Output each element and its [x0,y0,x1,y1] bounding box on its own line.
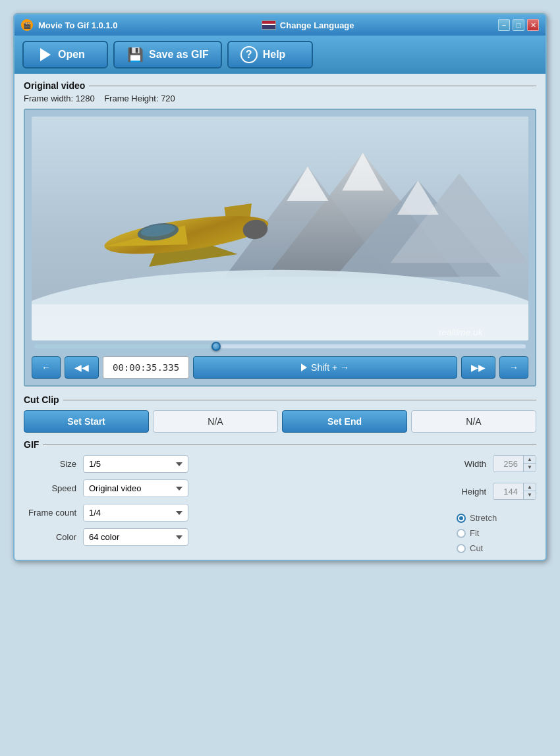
width-row: Width 256 ▲ ▼ [457,455,536,472]
speed-label: Speed [24,483,76,493]
open-button[interactable]: Open [22,41,108,68]
gif-controls: Size 1/5 1/4 1/3 1/2 Full Speed Original… [24,455,536,553]
height-down-button[interactable]: ▼ [524,491,536,499]
frame-count-row: Frame count 1/4 1/3 1/2 Full [24,504,443,522]
step-back-icon: ← [42,362,51,373]
svg-text:realtime.uk: realtime.uk [439,327,484,337]
play-icon [36,46,53,63]
width-spinbox: 256 ▲ ▼ [493,455,536,472]
frame-height-value: 720 [161,94,175,103]
app-icon: 🎬 [21,19,33,31]
save-gif-button[interactable]: 💾 Save as GIF [113,41,222,68]
fit-radio[interactable]: Fit [457,528,497,538]
color-label: Color [24,532,76,542]
step-forward-button[interactable]: → [499,356,528,379]
toolbar: Open 💾 Save as GIF ? Help [14,36,546,74]
seek-thumb[interactable] [211,342,221,351]
ff-icon: ▶▶ [471,362,486,373]
window-controls: − □ ✕ [498,19,539,31]
width-label: Width [457,459,486,469]
size-select[interactable]: 1/5 1/4 1/3 1/2 Full [83,455,188,473]
end-value: N/A [411,410,536,433]
close-button[interactable]: ✕ [527,19,539,31]
save-gif-label: Save as GIF [149,49,209,61]
minimize-button[interactable]: − [498,19,510,31]
height-arrows: ▲ ▼ [523,483,536,499]
help-label: Help [263,49,286,61]
height-value: 144 [493,484,523,499]
flag-icon [262,20,276,30]
step-forward-icon: → [509,362,518,373]
fit-label: Fit [470,528,479,538]
stretch-label: Stretch [470,513,497,523]
open-label: Open [58,49,85,61]
play-icon [301,364,307,371]
stretch-radio-dot [457,514,466,523]
video-scene-svg: realtime.uk [32,117,528,340]
help-icon: ? [240,46,258,63]
width-down-button[interactable]: ▼ [524,464,536,472]
speed-select[interactable]: Original video 0.5x 1x 2x [83,479,188,497]
play-shift-button[interactable]: Shift + → [193,356,457,379]
time-display: 00:00:35.335 [103,356,189,379]
height-label: Height [457,487,486,497]
color-row: Color 64 color 128 color 256 color [24,528,443,546]
set-end-button[interactable]: Set End [282,410,407,433]
frame-width-value: 1280 [76,94,95,103]
width-up-button[interactable]: ▲ [524,456,536,464]
cut-clip-section: Cut Clip Set Start N/A Set End N/A [24,394,536,433]
gif-left-panel: Size 1/5 1/4 1/3 1/2 Full Speed Original… [24,455,443,553]
change-language-btn[interactable]: Change Language [262,20,354,30]
seek-bar[interactable] [34,344,526,348]
frame-height-label: Frame Height: [104,94,158,103]
video-meta: Frame width: 1280 Frame Height: 720 [24,94,536,103]
window-title: Movie To Gif 1.0.1.0 [38,20,117,30]
video-container: realtime.uk ← ◀◀ 00:00:35.335 [24,109,536,387]
cut-radio[interactable]: Cut [457,543,497,553]
start-value: N/A [153,410,278,433]
size-row: Size 1/5 1/4 1/3 1/2 Full [24,455,443,473]
fit-radio-dot [457,529,466,538]
resize-mode-group: Stretch Fit Cut [457,513,497,553]
gif-right-panel: Width 256 ▲ ▼ Height 144 [457,455,536,553]
seek-bar-container [32,340,528,352]
cut-label: Cut [470,543,483,553]
gif-section: GIF Size 1/5 1/4 1/3 1/2 Full [24,439,536,553]
gif-header: GIF [24,439,536,450]
width-value: 256 [493,456,523,472]
set-start-button[interactable]: Set Start [24,410,149,433]
help-button[interactable]: ? Help [227,41,313,68]
size-label: Size [24,459,76,469]
color-select[interactable]: 64 color 128 color 256 color [83,528,188,546]
save-icon: 💾 [126,46,144,63]
change-language-label: Change Language [280,20,354,30]
fast-forward-button[interactable]: ▶▶ [461,356,495,379]
playback-controls: ← ◀◀ 00:00:35.335 Shift + → ▶▶ → [32,356,528,379]
rewind-icon: ◀◀ [74,362,89,373]
cut-clip-header: Cut Clip [24,394,536,405]
shift-label: Shift + → [311,362,349,373]
content-area: Original video Frame width: 1280 Frame H… [14,74,546,560]
cut-clip-controls: Set Start N/A Set End N/A [24,410,536,433]
original-video-header: Original video [24,80,536,91]
cut-radio-dot [457,544,466,553]
height-spinbox: 144 ▲ ▼ [493,483,536,500]
main-window: 🎬 Movie To Gif 1.0.1.0 Change Language −… [13,13,547,561]
width-arrows: ▲ ▼ [523,456,536,472]
height-row: Height 144 ▲ ▼ [457,483,536,500]
frame-width-label: Frame width: [24,94,73,103]
title-bar: 🎬 Movie To Gif 1.0.1.0 Change Language −… [14,14,546,36]
step-back-button[interactable]: ← [32,356,61,379]
height-up-button[interactable]: ▲ [524,483,536,491]
video-frame: realtime.uk [32,117,528,340]
frame-count-select[interactable]: 1/4 1/3 1/2 Full [83,504,188,522]
maximize-button[interactable]: □ [513,19,524,31]
title-bar-left: 🎬 Movie To Gif 1.0.1.0 [21,19,117,31]
speed-row: Speed Original video 0.5x 1x 2x [24,479,443,497]
frame-count-label: Frame count [24,508,76,518]
stretch-radio[interactable]: Stretch [457,513,497,523]
rewind-button[interactable]: ◀◀ [65,356,99,379]
